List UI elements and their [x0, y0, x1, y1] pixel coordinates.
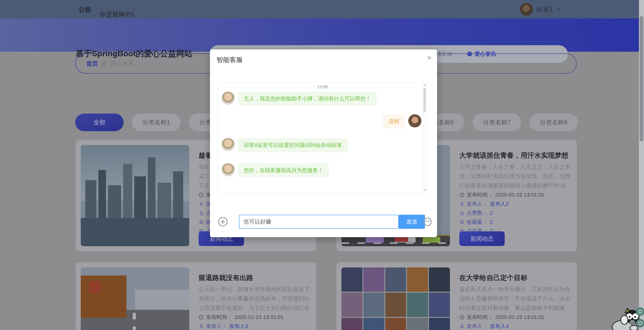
chevron-down-icon[interactable]: ▼	[556, 7, 561, 12]
widget-button[interactable]	[636, 307, 644, 316]
plus-icon[interactable]	[218, 217, 228, 227]
clock-icon	[459, 192, 465, 198]
clock-icon	[199, 192, 204, 198]
bot-bubble: 您好，在线客服很高兴为您服务！	[238, 163, 329, 177]
user-avatar	[408, 114, 421, 127]
news-image-street	[81, 267, 189, 330]
star-icon	[459, 219, 465, 225]
publish-time-value: 2025-01-23 13:01:01	[234, 314, 284, 320]
avatar[interactable]	[520, 3, 533, 16]
thumb-up-icon	[199, 210, 204, 216]
bot-avatar	[222, 92, 235, 105]
news-card[interactable]: 留退路就没有出路 公元前一世纪，凯撒大帝率领他的军队抵达了英格兰，他决心要赢得这…	[76, 262, 316, 330]
news-image-collage	[341, 267, 450, 330]
person-icon	[459, 324, 465, 329]
announcement-label: 公告	[78, 6, 91, 14]
favorites-value: 2	[490, 219, 493, 225]
publisher-row: 发布人： 发布人4	[459, 322, 574, 330]
page: 公告 你是最棒的1 欢迎1 ▼ 基于SpringBoot的爱心公益网站 首页 公…	[0, 0, 644, 330]
news-title[interactable]: 在大学给自己定个目标	[459, 273, 574, 282]
clock-icon	[199, 315, 204, 320]
page-scrollbar-thumb[interactable]	[640, 16, 643, 141]
publish-time-label: 发布时间：	[206, 314, 232, 321]
person-icon	[199, 324, 204, 329]
clock-icon	[459, 315, 465, 320]
news-title[interactable]: 大学就该抓住青春，用汗水实现梦想	[459, 151, 574, 160]
likes-value: 2	[490, 210, 493, 216]
dialog-title: 智能客服	[217, 56, 243, 64]
tab-category-8[interactable]: 分类名称8	[529, 114, 578, 131]
tab-category-7[interactable]: 分类名称7	[473, 114, 521, 131]
tab-all[interactable]: 全部	[75, 114, 124, 131]
news-text-column: 在大学给自己定个目标 最近和几名大一的学生聊天，几名同学认为身边的人普遍都很迷茫…	[459, 267, 574, 330]
bot-avatar	[222, 163, 235, 176]
user-menu[interactable]: 欢迎1 ▼	[520, 3, 561, 16]
favorites-label: 收藏量：	[467, 218, 488, 226]
widget-button[interactable]	[636, 319, 644, 327]
breadcrumb-current: 爱心资讯	[111, 60, 134, 68]
chat-history: 13:08 主人，我是您的智能助手小搏，请问有什么可以帮您！ 流程 回复8这里可…	[218, 82, 427, 193]
publish-time-value: 2025-01-23 13:01:01	[495, 192, 544, 198]
news-text-column: 大学就该抓住青春，用汗水实现梦想 大学之青春，人生之春，人生之王，人生之华也，宝…	[459, 145, 574, 236]
publisher-label: 发布人：	[467, 323, 488, 330]
bot-avatar	[222, 138, 235, 151]
news-excerpt: 最近和几名大一的学生聊天，几名同学认为身边的人普遍都很迷茫，不知道该干什么，业余…	[459, 285, 574, 313]
scroll-up-arrow-icon[interactable]	[423, 84, 426, 86]
mascot-cat[interactable]	[611, 304, 641, 330]
publisher-label: 发布人：	[467, 200, 488, 207]
thumb-up-icon	[459, 210, 465, 216]
news-text-column: 留退路就没有出路 公元前一世纪，凯撒大帝率领他的军队抵达了英格兰，他决心要赢得这…	[199, 267, 313, 330]
news-image-skyline	[81, 145, 189, 246]
user-bubble: 流程	[383, 114, 405, 128]
welcome-text: 欢迎1	[536, 5, 553, 14]
publish-time-label: 发布时间：	[467, 191, 493, 198]
likes-row: 点赞数： 2	[459, 208, 574, 217]
breadcrumb-separator-icon	[102, 62, 106, 66]
person-icon	[199, 201, 204, 207]
chat-message-bot: 您好，在线客服很高兴为您服务！	[222, 163, 329, 177]
tab-category-1[interactable]: 分类名称1	[132, 114, 180, 131]
publisher-value[interactable]: 发布人3	[229, 323, 248, 330]
chat-scrollbar[interactable]	[422, 83, 426, 192]
page-scrollbar[interactable]	[639, 0, 644, 330]
news-category-button[interactable]: 新闻动态	[459, 231, 505, 246]
publisher-value[interactable]: 发布人2	[490, 200, 509, 207]
star-icon	[199, 219, 204, 225]
person-icon	[459, 201, 465, 207]
chat-input-row: 发送	[218, 215, 429, 229]
scroll-down-arrow-icon[interactable]	[423, 189, 426, 191]
news-excerpt: 大学之青春，人生之春，人生之王，人生之华也，宝贵的时光我们理当去珍惜。然而，当我…	[459, 162, 574, 190]
breadcrumb-home-link[interactable]: 首页	[86, 60, 98, 68]
news-excerpt: 公元前一世纪，凯撒大帝率领他的军队抵达了英格兰，他决心要赢得这场战争，不管遇到什…	[199, 285, 313, 313]
scrollbar-thumb[interactable]	[423, 88, 426, 112]
publisher-row: 发布人： 发布人3	[199, 322, 313, 330]
publisher-label: 发布人：	[206, 323, 227, 330]
publish-time-value: 2025-01-23 13:01:01	[495, 314, 544, 320]
publisher-row: 发布人： 发布人2	[459, 199, 574, 208]
close-icon[interactable]: ×	[427, 54, 432, 62]
customer-service-dialog: 智能客服 × 13:08 主人，我是您的智能助手小搏，请问有什么可以帮您！ 流程…	[210, 49, 437, 237]
chat-input[interactable]	[239, 215, 399, 229]
publish-time-label: 发布时间：	[467, 314, 493, 321]
bot-bubble: 回复8这里可以设置好问题回到会自动回复	[238, 138, 348, 152]
news-title[interactable]: 留退路就没有出路	[199, 273, 313, 282]
chat-timestamp: 13:08	[218, 85, 427, 90]
bot-bubble: 主人，我是您的智能助手小搏，请问有什么可以帮您！	[238, 92, 377, 106]
chat-message-user: 流程	[383, 114, 421, 128]
header-band: 基于SpringBoot的爱心公益网站 首页 公益项目 志愿活动 交流互动 ? …	[0, 18, 644, 52]
chat-message-bot: 主人，我是您的智能助手小搏，请问有什么可以帮您！	[222, 92, 377, 106]
likes-label: 点赞数：	[467, 209, 488, 216]
publish-time-row: 发布时间： 2025-01-23 13:01:01	[459, 313, 574, 322]
send-button[interactable]: 发送	[399, 215, 425, 229]
chat-message-bot: 回复8这里可以设置好问题回到会自动回复	[222, 138, 348, 152]
announcement-marquee: 你是最棒的1	[100, 10, 135, 18]
announcement-bar: 公告 你是最棒的1 欢迎1 ▼	[0, 0, 644, 18]
news-card[interactable]: 在大学给自己定个目标 最近和几名大一的学生聊天，几名同学认为身边的人普遍都很迷茫…	[336, 262, 577, 330]
publisher-value[interactable]: 发布人4	[490, 323, 509, 330]
publish-time-row: 发布时间： 2025-01-23 13:01:01	[199, 313, 313, 322]
emoji-icon[interactable]	[423, 217, 432, 226]
favorites-row: 收藏量： 2	[459, 217, 574, 227]
publish-time-row: 发布时间： 2025-01-23 13:01:01	[459, 190, 574, 199]
